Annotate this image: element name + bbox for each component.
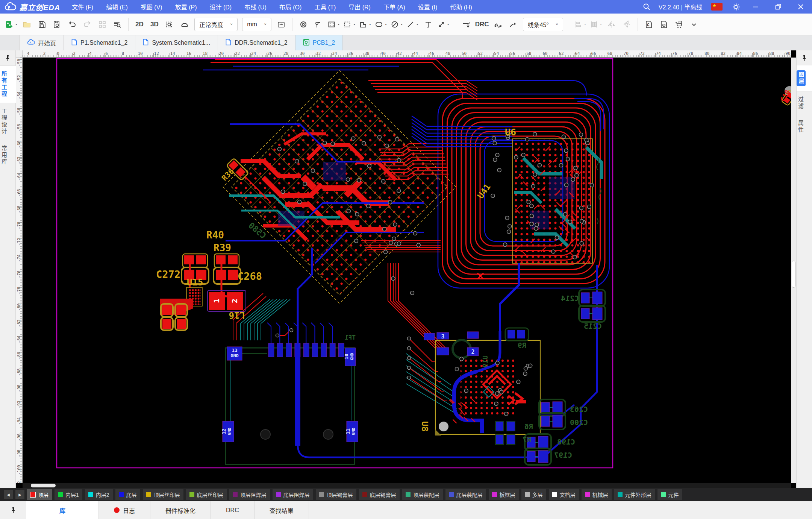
status-tab-器件标准化[interactable]: 器件标准化: [150, 501, 211, 519]
pcb-canvas[interactable]: R36R40R39C272C268U15L16C580U6U41U8TF1C21…: [23, 58, 791, 483]
copper-area-tool-button[interactable]: ▼: [342, 17, 358, 32]
menu-item-0[interactable]: 文件 (F): [65, 0, 100, 14]
keepout-tool-button[interactable]: ▼: [389, 17, 405, 32]
search-icon[interactable]: [638, 0, 655, 14]
gerber-button[interactable]: G: [641, 17, 656, 32]
minimize-button[interactable]: [744, 0, 767, 14]
zoom-window-button[interactable]: [162, 17, 177, 32]
via-tool-button[interactable]: [296, 17, 311, 32]
flip-vertical-button[interactable]: [619, 17, 634, 32]
view-2d-button[interactable]: 2D: [132, 17, 147, 32]
status-tab-日志[interactable]: 日志: [99, 501, 150, 519]
tab-System.Schematic1...[interactable]: System.Schematic1...: [135, 35, 218, 50]
pin-tool-button[interactable]: [311, 17, 326, 32]
redo-button[interactable]: [80, 17, 95, 32]
layer-chip-元件外形层[interactable]: 元件外形层: [614, 489, 655, 500]
menu-item-1[interactable]: 编辑 (E): [100, 0, 134, 14]
undo-button[interactable]: [65, 17, 80, 32]
drc-button[interactable]: DRC: [474, 17, 491, 32]
trace-style-button[interactable]: [491, 17, 506, 32]
menu-item-6[interactable]: 布局 (O): [273, 0, 308, 14]
vertical-scrollbar[interactable]: [791, 58, 796, 483]
flip-horizontal-button[interactable]: [604, 17, 619, 32]
layer-chip-底层[interactable]: 底层: [115, 489, 140, 500]
layer-chip-顶层阻焊层[interactable]: 顶层阻焊层: [229, 489, 270, 500]
sidebar-tab-工程设计[interactable]: 工程设计: [0, 103, 16, 140]
layer-chip-文档层[interactable]: 文档层: [549, 489, 579, 500]
layer-chip-多层[interactable]: 多层: [521, 489, 546, 500]
menu-item-3[interactable]: 放置 (P): [169, 0, 203, 14]
menu-item-8[interactable]: 导出 (R): [342, 0, 377, 14]
layer-chip-底层阻焊层[interactable]: 底层阻焊层: [273, 489, 313, 500]
sidebar-tab-属性[interactable]: 属性: [797, 115, 812, 138]
route-45-button[interactable]: [506, 17, 521, 32]
tab-DDR.Schematic1_2[interactable]: DDR.Schematic1_2: [218, 35, 295, 50]
distribute-button[interactable]: ▼: [588, 17, 604, 32]
layer-chip-底层装配层[interactable]: 底层装配层: [445, 489, 486, 500]
sidebar-tab-常用库[interactable]: 常用库: [0, 140, 16, 170]
horizontal-scrollbar-thumb[interactable]: [31, 484, 56, 487]
route-tool-button[interactable]: [459, 17, 474, 32]
close-button[interactable]: [789, 0, 812, 14]
window-layout-button[interactable]: [95, 17, 110, 32]
status-tab-DRC[interactable]: DRC: [211, 501, 255, 519]
open-folder-button[interactable]: [20, 17, 35, 32]
status-tab-查找结果[interactable]: 查找结果: [255, 501, 309, 519]
unit-select[interactable]: mm∨: [242, 18, 271, 31]
vertical-scrollbar-thumb[interactable]: [792, 261, 795, 288]
more-tools-button[interactable]: [686, 17, 701, 32]
order-cart-button[interactable]: [671, 17, 686, 32]
layer-chip-顶层装配层[interactable]: 顶层装配层: [402, 489, 443, 500]
layer-chip-内层1[interactable]: 内层1: [55, 489, 82, 500]
layer-chip-底层丝印层[interactable]: 底层丝印层: [186, 489, 227, 500]
sidebar-tab-所有工程[interactable]: 所有工程: [0, 65, 16, 103]
find-similar-button[interactable]: [110, 17, 125, 32]
layer-chip-顶层丝印层[interactable]: 顶层丝印层: [143, 489, 183, 500]
menu-item-11[interactable]: 帮助 (H): [444, 0, 479, 14]
layer-chip-顶层锡膏层[interactable]: 顶层锡膏层: [316, 489, 356, 500]
brightness-select[interactable]: 正常亮度∨: [194, 18, 238, 31]
language-flag-icon[interactable]: ★: [711, 3, 723, 11]
layer-chip-内层2[interactable]: 内层2: [85, 489, 113, 500]
layer-scroll-left-icon[interactable]: ◀: [4, 490, 13, 499]
sidebar-tab-过滤[interactable]: 过滤: [797, 91, 812, 115]
layer-chip-机械层[interactable]: 机械层: [582, 489, 612, 500]
maximize-button[interactable]: [767, 0, 789, 14]
save-button[interactable]: [35, 17, 50, 32]
line-mode-select[interactable]: 线条45°∨: [523, 18, 564, 31]
ellipse-tool-button[interactable]: ▼: [373, 17, 389, 32]
sidebar-tab-图层[interactable]: 图层: [797, 65, 812, 91]
menu-item-7[interactable]: 工具 (T): [308, 0, 342, 14]
menu-item-9[interactable]: 下单 (A): [377, 0, 412, 14]
footprint-manager-button[interactable]: [274, 17, 289, 32]
pin-panel-icon[interactable]: [0, 50, 15, 65]
pin-panel-icon[interactable]: [0, 501, 26, 519]
menu-item-2[interactable]: 视图 (V): [134, 0, 169, 14]
layer-chip-板框层[interactable]: 板框层: [489, 489, 519, 500]
tab-开始页[interactable]: 开始页: [20, 35, 64, 50]
pin-panel-icon[interactable]: [797, 50, 812, 65]
pad-tool-button[interactable]: ▼: [326, 17, 342, 32]
tab-PCB1_2[interactable]: PCB1_2: [295, 35, 343, 50]
dimension-tool-button[interactable]: ▼: [436, 17, 451, 32]
solid-region-tool-button[interactable]: ▼: [358, 17, 373, 32]
pan-button[interactable]: [177, 17, 192, 32]
view-3d-button[interactable]: 3D: [147, 17, 162, 32]
menu-item-4[interactable]: 设计 (D): [203, 0, 238, 14]
menu-item-5[interactable]: 布线 (U): [238, 0, 273, 14]
layer-chip-元件[interactable]: 元件: [657, 489, 682, 500]
settings-gear-icon[interactable]: [728, 0, 744, 14]
horizontal-scrollbar[interactable]: [23, 483, 791, 488]
save-as-button[interactable]: [50, 17, 65, 32]
tab-P1.Schematic1_2[interactable]: P1.Schematic1_2: [64, 35, 135, 50]
menu-item-10[interactable]: 设置 (I): [412, 0, 444, 14]
status-tab-库[interactable]: 库: [26, 501, 99, 519]
layer-scroll-right-icon[interactable]: ▶: [15, 490, 24, 499]
new-button[interactable]: ▼: [4, 17, 20, 32]
align-button[interactable]: ▼: [573, 17, 588, 32]
line-tool-button[interactable]: ▼: [405, 17, 421, 32]
text-tool-button[interactable]: [421, 17, 436, 32]
fab-output-button[interactable]: [656, 17, 671, 32]
layer-chip-顶层[interactable]: 顶层: [27, 489, 52, 500]
layer-chip-底层锡膏层[interactable]: 底层锡膏层: [359, 489, 400, 500]
